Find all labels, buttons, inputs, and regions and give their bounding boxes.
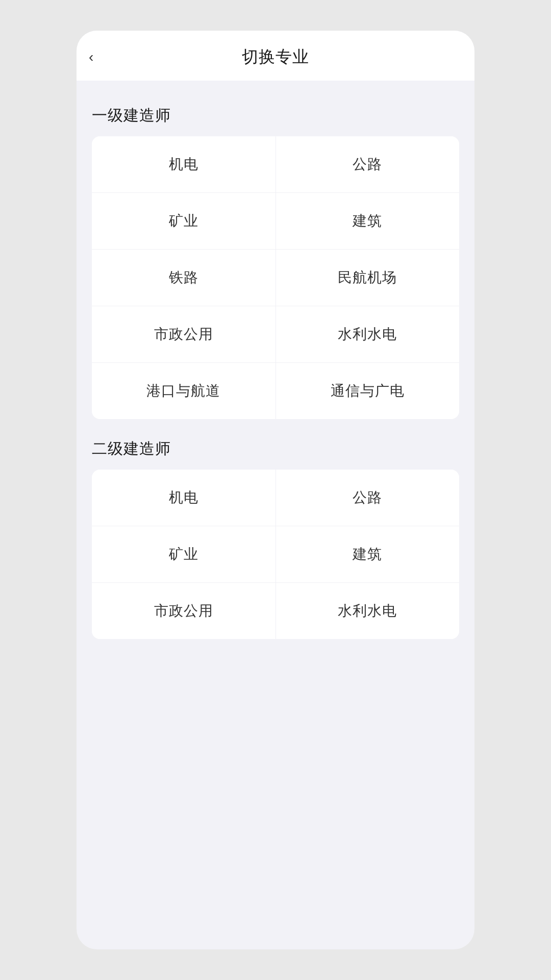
grid-row: 矿业建筑 [92, 526, 459, 583]
grid-row: 市政公用水利水电 [92, 306, 459, 363]
grid-item[interactable]: 矿业 [92, 526, 276, 582]
grid-item[interactable]: 建筑 [276, 526, 460, 582]
grid-item[interactable]: 铁路 [92, 250, 276, 306]
page: ‹ 切换专业 一级建造师机电公路矿业建筑铁路民航机场市政公用水利水电港口与航道通… [77, 31, 474, 949]
phone-container: ‹ 切换专业 一级建造师机电公路矿业建筑铁路民航机场市政公用水利水电港口与航道通… [77, 31, 474, 949]
grid-level1: 机电公路矿业建筑铁路民航机场市政公用水利水电港口与航道通信与广电 [92, 136, 459, 419]
grid-row: 铁路民航机场 [92, 250, 459, 306]
section-level2: 二级建造师机电公路矿业建筑市政公用水利水电 [92, 424, 459, 639]
grid-item[interactable]: 建筑 [276, 193, 460, 249]
grid-item[interactable]: 市政公用 [92, 306, 276, 362]
grid-row: 市政公用水利水电 [92, 583, 459, 639]
grid-item[interactable]: 矿业 [92, 193, 276, 249]
grid-item[interactable]: 机电 [92, 136, 276, 192]
grid-item[interactable]: 公路 [276, 136, 460, 192]
grid-row: 机电公路 [92, 470, 459, 526]
grid-item[interactable]: 通信与广电 [276, 363, 460, 419]
grid-item[interactable]: 公路 [276, 470, 460, 526]
grid-item[interactable]: 水利水电 [276, 583, 460, 639]
page-title: 切换专业 [242, 46, 309, 68]
grid-row: 港口与航道通信与广电 [92, 363, 459, 419]
grid-item[interactable]: 市政公用 [92, 583, 276, 639]
section-title-level1: 一级建造师 [92, 91, 459, 136]
grid-item[interactable]: 水利水电 [276, 306, 460, 362]
header: ‹ 切换专业 [77, 31, 474, 81]
section-level1: 一级建造师机电公路矿业建筑铁路民航机场市政公用水利水电港口与航道通信与广电 [92, 91, 459, 419]
section-title-level2: 二级建造师 [92, 424, 459, 470]
grid-item[interactable]: 民航机场 [276, 250, 460, 306]
content: 一级建造师机电公路矿业建筑铁路民航机场市政公用水利水电港口与航道通信与广电二级建… [77, 81, 474, 654]
grid-item[interactable]: 机电 [92, 470, 276, 526]
back-button[interactable]: ‹ [89, 50, 93, 64]
grid-row: 矿业建筑 [92, 193, 459, 250]
grid-level2: 机电公路矿业建筑市政公用水利水电 [92, 470, 459, 639]
grid-row: 机电公路 [92, 136, 459, 193]
grid-item[interactable]: 港口与航道 [92, 363, 276, 419]
